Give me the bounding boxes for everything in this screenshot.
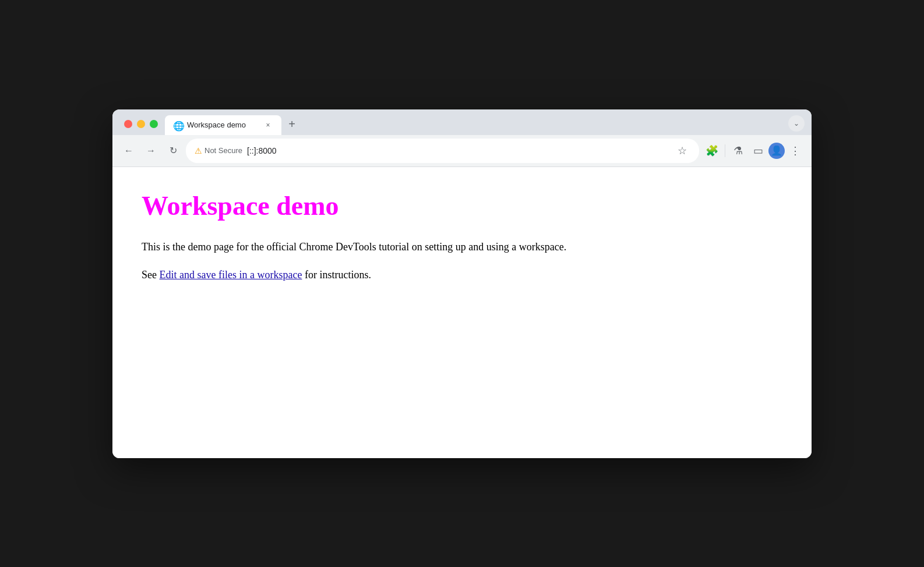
extensions-icon: 🧩 (706, 144, 718, 157)
minimize-button[interactable] (137, 120, 145, 128)
forward-icon: → (146, 146, 156, 156)
title-bar: 🌐 Workspace demo × + ⌄ (112, 109, 812, 135)
bookmark-button[interactable]: ☆ (674, 143, 690, 159)
tab-row: 🌐 Workspace demo × + ⌄ (112, 109, 812, 135)
security-label: Not Secure (204, 146, 242, 155)
labs-button[interactable]: ⚗ (729, 141, 747, 160)
tab-title: Workspace demo (187, 121, 258, 129)
page-heading: Workspace demo (142, 190, 782, 221)
profile-button[interactable]: 👤 (768, 143, 785, 159)
paragraph-1: This is the demo page for the official C… (142, 239, 782, 256)
back-icon: ← (124, 146, 133, 156)
forward-button[interactable]: → (142, 141, 160, 160)
menu-icon: ⋮ (790, 144, 800, 157)
sidebar-icon: ▭ (753, 144, 763, 157)
menu-button[interactable]: ⋮ (786, 141, 805, 160)
security-warning[interactable]: ⚠ Not Secure (195, 146, 242, 155)
browser-window: 🌐 Workspace demo × + ⌄ ← → ↻ (112, 109, 812, 458)
workspace-link[interactable]: Edit and save files in a workspace (160, 269, 302, 281)
paragraph-2: See Edit and save files in a workspace f… (142, 267, 782, 284)
paragraph-2-after: for instructions. (302, 269, 371, 281)
profile-icon-glyph: 👤 (771, 145, 782, 156)
navigation-bar: ← → ↻ ⚠ Not Secure [::]:8000 ☆ 🧩 ⚗ (112, 135, 812, 167)
address-text: [::]:8000 (247, 146, 669, 155)
maximize-button[interactable] (150, 120, 158, 128)
tab-strip-chevron-button[interactable]: ⌄ (788, 115, 805, 132)
close-button[interactable] (124, 120, 132, 128)
page-content: Workspace demo This is the demo page for… (112, 167, 812, 458)
nav-divider (725, 144, 725, 157)
reload-button[interactable]: ↻ (164, 141, 182, 160)
sidebar-button[interactable]: ▭ (749, 141, 767, 160)
window-controls (119, 118, 163, 135)
nav-actions: 🧩 ⚗ ▭ 👤 ⋮ (703, 141, 805, 160)
active-tab[interactable]: 🌐 Workspace demo × (165, 115, 281, 135)
reload-icon: ↻ (170, 145, 177, 156)
tab-row-right: ⌄ (788, 115, 805, 135)
paragraph-2-before: See (142, 269, 160, 281)
lab-icon: ⚗ (733, 144, 743, 157)
new-tab-button[interactable]: + (284, 116, 300, 133)
address-bar[interactable]: ⚠ Not Secure [::]:8000 ☆ (186, 139, 699, 163)
tab-close-button[interactable]: × (263, 120, 273, 130)
warning-icon: ⚠ (195, 146, 202, 155)
extensions-button[interactable]: 🧩 (703, 141, 721, 160)
star-icon: ☆ (678, 144, 687, 157)
back-button[interactable]: ← (119, 141, 138, 160)
tab-favicon-icon: 🌐 (173, 121, 182, 130)
